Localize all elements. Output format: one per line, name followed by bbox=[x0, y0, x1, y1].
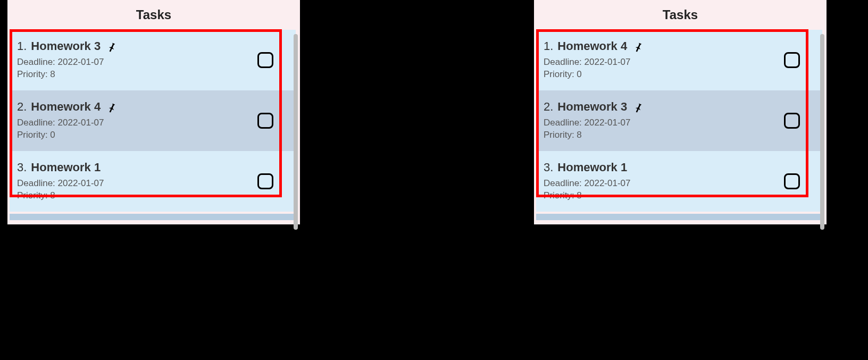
task-list: 1. Homework 4 Deadline: 2022-01-07 Prior… bbox=[534, 30, 827, 224]
task-priority: Priority: 8 bbox=[17, 69, 287, 81]
task-item[interactable]: 1. Homework 3 Deadline: 2022-01-07 Prior… bbox=[10, 30, 296, 90]
task-deadline: Deadline: 2022-01-07 bbox=[17, 117, 287, 129]
task-title: Homework 4 bbox=[31, 100, 101, 114]
task-deadline: Deadline: 2022-01-07 bbox=[17, 56, 287, 69]
panel-title: Tasks bbox=[7, 0, 300, 30]
task-index: 3. bbox=[17, 161, 27, 174]
task-priority: Priority: 8 bbox=[17, 190, 287, 202]
pin-icon bbox=[632, 40, 644, 52]
task-deadline: Deadline: 2022-01-07 bbox=[544, 56, 814, 69]
scrollbar[interactable] bbox=[818, 31, 825, 213]
task-item[interactable]: 2. Homework 4 Deadline: 2022-01-07 Prior… bbox=[10, 90, 296, 151]
task-priority: Priority: 0 bbox=[17, 129, 287, 141]
task-list: 1. Homework 3 Deadline: 2022-01-07 Prior… bbox=[7, 30, 300, 224]
scrollbar-thumb[interactable] bbox=[820, 34, 824, 230]
pin-icon bbox=[106, 40, 118, 52]
task-item[interactable]: 3. Homework 1 Deadline: 2022-01-07 Prior… bbox=[536, 151, 822, 212]
task-checkbox[interactable] bbox=[257, 52, 273, 68]
task-checkbox[interactable] bbox=[784, 173, 800, 189]
task-title: Homework 4 bbox=[557, 39, 627, 53]
tasks-panel-left: Tasks 1. Homework 3 Deadline: 2022-01-07… bbox=[7, 0, 300, 224]
task-item-partial bbox=[536, 214, 822, 220]
task-index: 3. bbox=[544, 161, 553, 174]
task-title: Homework 1 bbox=[557, 161, 627, 174]
task-checkbox[interactable] bbox=[257, 173, 273, 189]
task-checkbox[interactable] bbox=[257, 113, 273, 129]
task-checkbox[interactable] bbox=[784, 113, 800, 129]
scrollbar-thumb[interactable] bbox=[294, 34, 298, 230]
task-deadline: Deadline: 2022-01-07 bbox=[544, 178, 814, 190]
task-priority: Priority: 0 bbox=[544, 69, 814, 81]
panel-title: Tasks bbox=[534, 0, 827, 30]
task-item[interactable]: 1. Homework 4 Deadline: 2022-01-07 Prior… bbox=[536, 30, 822, 90]
pin-icon bbox=[106, 101, 118, 113]
scrollbar[interactable] bbox=[291, 31, 299, 213]
task-priority: Priority: 8 bbox=[544, 190, 814, 202]
task-item[interactable]: 3. Homework 1 Deadline: 2022-01-07 Prior… bbox=[10, 151, 296, 212]
task-title: Homework 3 bbox=[31, 39, 101, 53]
task-item-partial bbox=[10, 214, 296, 220]
task-priority: Priority: 8 bbox=[544, 129, 814, 141]
tasks-panel-right: Tasks 1. Homework 4 Deadline: 2022-01-07… bbox=[534, 0, 827, 224]
pin-icon bbox=[632, 101, 644, 113]
task-index: 2. bbox=[17, 100, 27, 114]
task-index: 1. bbox=[17, 39, 27, 53]
task-checkbox[interactable] bbox=[784, 52, 800, 68]
task-deadline: Deadline: 2022-01-07 bbox=[544, 117, 814, 129]
connector-line bbox=[290, 242, 316, 244]
task-deadline: Deadline: 2022-01-07 bbox=[17, 178, 287, 190]
task-index: 2. bbox=[544, 100, 553, 114]
task-index: 1. bbox=[544, 39, 553, 53]
task-item[interactable]: 2. Homework 3 Deadline: 2022-01-07 Prior… bbox=[536, 90, 822, 151]
task-title: Homework 1 bbox=[31, 161, 101, 174]
task-title: Homework 3 bbox=[557, 100, 627, 114]
